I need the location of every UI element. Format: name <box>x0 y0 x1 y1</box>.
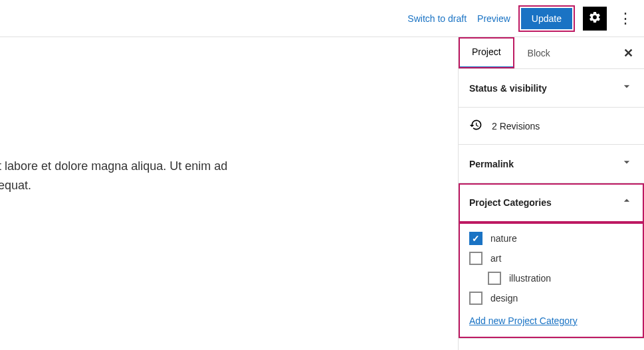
panel-status-visibility: Status & visibility <box>459 69 644 108</box>
revisions-label: 2 Revisions <box>492 121 540 131</box>
settings-button[interactable] <box>583 7 607 31</box>
panel-status-toggle[interactable]: Status & visibility <box>459 69 644 107</box>
panel-featured-toggle[interactable]: Featured image for this Project <box>459 339 644 350</box>
panel-project-categories: Project Categories ✓natureartillustratio… <box>459 183 644 339</box>
category-checkbox[interactable] <box>488 272 501 285</box>
category-checkbox[interactable] <box>469 292 483 305</box>
close-icon: ✕ <box>623 46 633 60</box>
category-item: ✓nature <box>469 232 633 245</box>
panel-status-title: Status & visibility <box>469 83 547 94</box>
revisions-row[interactable]: 2 Revisions <box>459 108 644 145</box>
category-label[interactable]: nature <box>490 233 517 244</box>
gear-icon <box>588 11 601 26</box>
category-label[interactable]: illustration <box>509 273 551 284</box>
chevron-up-icon <box>620 194 633 211</box>
tab-block[interactable]: Block <box>514 37 564 68</box>
category-checkbox[interactable]: ✓ <box>469 232 483 245</box>
update-button[interactable]: Update <box>521 8 572 29</box>
preview-button[interactable]: Preview <box>477 13 510 24</box>
category-item: art <box>469 252 633 265</box>
add-category-link[interactable]: Add new Project Category <box>469 315 578 326</box>
category-label[interactable]: design <box>490 293 518 304</box>
category-item: design <box>469 292 633 305</box>
category-checkbox[interactable] <box>469 252 483 265</box>
tab-project[interactable]: Project <box>459 37 514 68</box>
panel-categories-title: Project Categories <box>469 197 552 208</box>
topbar: Switch to draft Preview Update ⋮ <box>0 0 644 37</box>
more-vertical-icon: ⋮ <box>618 10 633 27</box>
chevron-down-icon <box>620 80 633 96</box>
body-text: mpor incididunt ut labore et dolore magn… <box>0 157 445 195</box>
panel-featured-image: Featured image for this Project <box>459 339 644 350</box>
close-sidebar-button[interactable]: ✕ <box>613 37 644 68</box>
editor-content[interactable]: mpor incididunt ut labore et dolore magn… <box>0 37 458 350</box>
panel-categories-toggle[interactable]: Project Categories <box>459 183 644 222</box>
category-item: illustration <box>469 272 633 285</box>
switch-to-draft-button[interactable]: Switch to draft <box>407 13 467 24</box>
panel-permalink-title: Permalink <box>469 159 514 169</box>
chevron-down-icon <box>620 155 633 172</box>
panel-categories-body: ✓natureartillustrationdesign Add new Pro… <box>459 222 644 338</box>
more-options-button[interactable]: ⋮ <box>617 7 633 31</box>
sidebar-tabs: Project Block ✕ <box>459 37 644 69</box>
history-icon <box>469 118 483 133</box>
category-label[interactable]: art <box>490 253 501 264</box>
panel-permalink-toggle[interactable]: Permalink <box>459 145 644 183</box>
panel-permalink: Permalink <box>459 145 644 183</box>
settings-sidebar: Project Block ✕ Status & visibility 2 Re… <box>458 37 644 350</box>
